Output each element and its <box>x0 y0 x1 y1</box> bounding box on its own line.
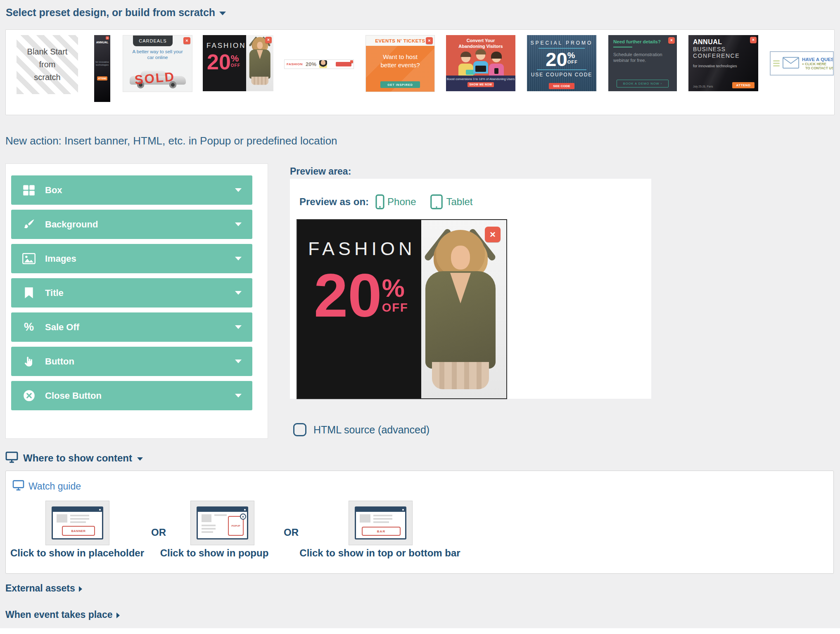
preset-events[interactable]: EVENTS N' TICKETS × Want to host better … <box>365 35 435 92</box>
promo-off: OFF <box>567 59 578 64</box>
when-event-label: When event takes place <box>5 609 113 620</box>
external-assets-header[interactable]: External assets <box>5 583 82 594</box>
tablet-icon[interactable] <box>430 194 443 209</box>
bar-slot-label: BAR <box>362 527 401 536</box>
when-event-header[interactable]: When event takes place <box>5 609 120 620</box>
brush-icon <box>22 218 36 231</box>
or-separator: OR <box>284 527 299 538</box>
monitor-icon <box>12 480 24 492</box>
banner-percent: 20 <box>314 270 382 322</box>
webinar-headline: Need further details? <box>613 39 661 44</box>
new-action-title: New action: Insert banner, HTML, etc. in… <box>5 135 337 147</box>
close-icon <box>350 60 353 63</box>
fashion-photo <box>246 35 273 91</box>
accordion-background[interactable]: Background <box>11 210 252 239</box>
preset-vertical-title: ANNUAL <box>94 41 110 44</box>
html-source-checkbox[interactable] <box>293 423 306 436</box>
editor-panel: Box Background Images Title % <box>5 163 268 439</box>
accordion-close-button[interactable]: Close Button <box>11 381 252 410</box>
show-in-bar-label[interactable]: Click to show in top or bottom bar <box>299 547 460 559</box>
phone-icon[interactable] <box>375 194 384 209</box>
promo-button: SEE CODE <box>549 83 574 89</box>
external-assets-label: External assets <box>5 583 75 594</box>
close-icon: × <box>750 37 757 43</box>
accordion-title[interactable]: Title <box>11 278 252 308</box>
preset-blank[interactable]: Blank Start from scratch <box>17 35 78 94</box>
show-in-bar-tile[interactable]: BAR <box>349 501 413 545</box>
fashion-off: OFF <box>231 63 240 68</box>
show-in-popup-tile[interactable]: POPUP × <box>190 501 254 545</box>
bottom-strip <box>0 628 840 634</box>
html-source-label: HTML source (advanced) <box>313 424 429 436</box>
chevron-down-icon <box>235 394 242 397</box>
popup-builder-screen: Select preset design, or build from scra… <box>0 0 840 634</box>
percent-icon: % <box>22 322 36 333</box>
preset-blank-label: Blank Start from scratch <box>25 45 70 84</box>
preset-vertical-banner[interactable]: × ANNUAL for innovative technologies ATT… <box>94 35 110 102</box>
conference-button: ATTEND <box>732 82 755 88</box>
accordion-images[interactable]: Images <box>11 244 252 273</box>
chevron-right-icon <box>79 586 82 592</box>
fashion-title: FASHION <box>206 42 246 50</box>
conference-date: July 25-26, Paris <box>693 85 713 88</box>
accordion-box[interactable]: Box <box>11 175 252 205</box>
promo-percent-sign: % <box>567 51 575 59</box>
or-separator: OR <box>151 527 166 538</box>
close-circle-icon <box>22 390 36 402</box>
banner-percent-sign: % <box>382 275 408 301</box>
accordion-button[interactable]: Button <box>11 347 252 376</box>
banner-off: OFF <box>382 301 408 315</box>
cardeals-brand: CARDEALS <box>133 35 173 46</box>
preset-fashion[interactable]: FASHION 20 % OFF × <box>203 35 273 91</box>
accordion-sale-off[interactable]: % Sale Off <box>11 312 252 342</box>
leaderboard-brand: FASHION <box>287 62 303 66</box>
convert-button: SHOW ME NOW <box>467 82 494 87</box>
accordion-label: Images <box>45 253 76 264</box>
hand-pointer-icon <box>22 355 36 368</box>
close-icon: × <box>668 37 675 44</box>
close-icon: × <box>183 37 190 44</box>
banner-preview: FASHION 20 % OFF × <box>297 219 507 399</box>
where-to-show-header[interactable]: Where to show content <box>5 452 143 465</box>
preset-convert[interactable]: Convert Your Abandoning Visitors Boost c… <box>446 35 515 91</box>
show-in-placeholder-label[interactable]: Click to show in placeholder <box>10 547 144 559</box>
chevron-down-icon <box>235 257 242 260</box>
preset-section-title: Select preset design, or build from scra… <box>6 7 215 19</box>
accordion-label: Close Button <box>45 390 102 401</box>
preset-webinar[interactable]: Need further details? Schedule demonstra… <box>608 35 677 91</box>
watch-guide-link[interactable]: Watch guide <box>12 480 81 492</box>
preset-cardeals[interactable]: CARDEALS × A better way to sell your car… <box>123 35 192 92</box>
cardeals-tagline: A better way to sell your car online <box>123 49 192 61</box>
accordion-label: Box <box>45 185 62 196</box>
conference-line3: CONFERENCE <box>693 52 740 59</box>
preview-phone-option[interactable]: Phone <box>387 196 416 208</box>
accordion-label: Sale Off <box>45 322 79 333</box>
grid-icon <box>22 184 36 196</box>
bookmark-icon <box>22 287 36 299</box>
popup-close-icon: × <box>240 513 246 520</box>
chevron-down-icon <box>235 222 242 226</box>
preview-tablet-option[interactable]: Tablet <box>446 196 472 208</box>
close-icon: × <box>265 37 272 43</box>
events-brand: EVENTS N' TICKETS <box>375 38 425 43</box>
preset-vertical-button: ATTEND <box>97 76 107 80</box>
show-in-placeholder-tile[interactable]: BANNER <box>45 501 109 545</box>
browser-illustration: BANNER <box>52 506 103 539</box>
convert-footnote: Boost conversions 3 to 18% of Abandoning… <box>446 76 515 81</box>
promo-eyebrow: SPECIAL PROMO <box>527 40 596 46</box>
image-icon <box>22 253 36 264</box>
leaderboard-percent: 20% <box>306 61 316 67</box>
show-in-popup-label[interactable]: Click to show in popup <box>160 547 269 559</box>
accordion-label: Button <box>45 356 74 367</box>
webinar-body: Schedule demonstration webinar for free. <box>613 52 667 64</box>
chevron-down-icon <box>137 457 143 461</box>
preset-section-header[interactable]: Select preset design, or build from scra… <box>6 7 226 19</box>
people-illustration <box>446 50 515 76</box>
preset-leaderboard[interactable]: FASHION 20% <box>284 59 354 69</box>
chevron-down-icon <box>219 12 226 15</box>
preset-question[interactable]: HAVE A QUESTION? » CLICK HERE TO CONTACT… <box>770 51 834 76</box>
preview-as-on-label: Preview as on: <box>299 196 369 208</box>
banner-close-button[interactable]: × <box>485 227 501 242</box>
preset-conference[interactable]: ANNUAL BUSINESS CONFERENCE for innovativ… <box>688 35 758 91</box>
preset-promo[interactable]: SPECIAL PROMO 20 % OFF USE COUPON CODE S… <box>527 35 596 91</box>
